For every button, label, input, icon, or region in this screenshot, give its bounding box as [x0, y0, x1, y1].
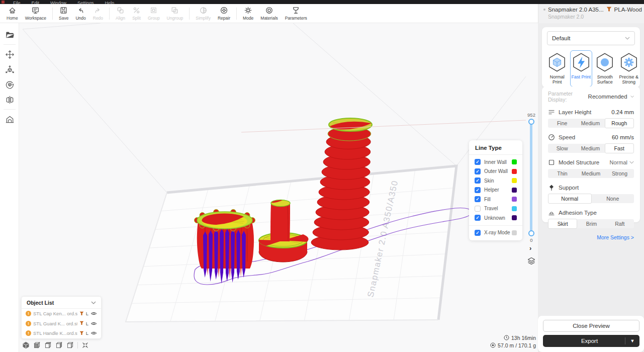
mode-normal-print[interactable]: NormalPrint: [546, 50, 569, 87]
option-fast[interactable]: Fast: [605, 143, 634, 153]
mirror-tool-button[interactable]: [0, 92, 19, 107]
option-rough[interactable]: Rough: [605, 118, 634, 128]
object-row-handle[interactable]: ! STL Handle K...ord.stl L: [22, 328, 101, 338]
parameters-button[interactable]: Parameters: [282, 5, 311, 23]
save-button[interactable]: Save: [55, 5, 72, 23]
visibility-eye-icon[interactable]: [90, 311, 97, 316]
option-slow[interactable]: Slow: [548, 144, 576, 153]
align-button[interactable]: Align: [112, 5, 129, 23]
material-icon: [79, 311, 84, 316]
group-icon: [149, 6, 158, 15]
menu-help[interactable]: Help: [105, 0, 115, 4]
mode-precise-strong[interactable]: Precise &Strong: [618, 50, 640, 87]
line-type-row-inner-wall: ✓ Inner Wall: [469, 157, 522, 167]
material-icon: [79, 321, 84, 326]
option-strong[interactable]: Strong: [605, 169, 634, 178]
adhesion-icon: [548, 209, 555, 216]
unknown-swatch: [512, 215, 517, 220]
redo-button[interactable]: Redo: [89, 5, 107, 23]
option-skirt[interactable]: Skirt: [548, 219, 577, 229]
chevron-down-icon: [630, 95, 634, 98]
option-medium[interactable]: Medium: [576, 144, 604, 153]
left-view-icon[interactable]: [55, 341, 63, 349]
scale-icon: [5, 65, 15, 74]
travel-checkbox[interactable]: ✓: [475, 206, 481, 212]
workspace-button[interactable]: Workspace: [22, 5, 50, 23]
snapmaker-luban-window: { "menubar": {"items": ["File", "Edit", …: [0, 0, 644, 352]
top-view-icon[interactable]: [44, 341, 52, 349]
mode-button[interactable]: Mode: [239, 5, 257, 23]
parameter-display-select[interactable]: Recommended: [588, 94, 627, 100]
rotate-tool-button[interactable]: [0, 77, 19, 92]
export-button[interactable]: Export ▼: [543, 335, 639, 347]
print-mode-row: NormalPrint Fast Print SmoothSurface Pre…: [546, 50, 640, 87]
undo-button[interactable]: Undo: [72, 5, 89, 23]
layer-slider-track[interactable]: [530, 121, 532, 235]
repair-icon: [220, 6, 228, 15]
option-brim[interactable]: Brim: [577, 219, 605, 228]
visibility-eye-icon[interactable]: [90, 331, 97, 335]
option-thin[interactable]: Thin: [548, 169, 577, 178]
xray-swatch: [512, 230, 517, 235]
layer-height-row: Layer Height 0.24 mm: [548, 109, 634, 116]
option-medium[interactable]: Medium: [577, 169, 605, 178]
isometric-view-icon[interactable]: [22, 341, 30, 349]
option-medium[interactable]: Medium: [576, 119, 604, 128]
layers-view-icon[interactable]: [527, 256, 536, 266]
outer-wall-checkbox[interactable]: ✓: [475, 168, 481, 174]
repair-button[interactable]: Repair: [214, 5, 234, 23]
collapse-panel-chevron[interactable]: ›: [529, 244, 531, 252]
adhesion-row: Adhesion Type: [548, 209, 634, 216]
open-file-button[interactable]: [0, 27, 19, 42]
toolbar-separator: [52, 8, 53, 20]
scale-tool-button[interactable]: [0, 62, 19, 77]
device-header[interactable]: Snapmaker 2.0 A35... PLA-Wood Snapmaker …: [538, 4, 644, 23]
line-type-row-fill: ✓ Fill: [469, 195, 522, 204]
profile-select[interactable]: Default: [547, 31, 635, 45]
redo-icon: [94, 6, 102, 15]
skin-checkbox[interactable]: ✓: [475, 178, 481, 184]
option-raft[interactable]: Raft: [606, 219, 634, 228]
object-row-cap[interactable]: ! STL Cap Ken... ord.stl L: [22, 309, 101, 319]
move-tool-button[interactable]: [0, 47, 19, 62]
object-row-guard[interactable]: ! STL Guard K... ord.stl L: [22, 319, 101, 329]
menu-settings[interactable]: Settings: [77, 0, 94, 4]
option-support-none[interactable]: None: [592, 194, 634, 203]
option-support-normal[interactable]: Normal: [548, 194, 592, 204]
right-view-icon[interactable]: [66, 341, 74, 349]
mirror-icon: [5, 95, 15, 105]
unknown-checkbox[interactable]: ✓: [475, 215, 481, 221]
visibility-eye-icon[interactable]: [90, 321, 97, 326]
export-dropdown-caret[interactable]: ▼: [625, 338, 639, 343]
mode-smooth-surface[interactable]: SmoothSurface: [594, 50, 616, 87]
mode-fast-print[interactable]: Fast Print: [570, 50, 593, 87]
object-list-header[interactable]: Object List: [22, 297, 101, 309]
menu-edit[interactable]: Edit: [32, 0, 40, 4]
front-view-icon[interactable]: [33, 341, 41, 349]
helper-checkbox[interactable]: ✓: [475, 187, 481, 193]
layer-slider-top-handle[interactable]: [528, 119, 534, 125]
simplify-icon: [199, 6, 208, 15]
menu-window[interactable]: Window: [50, 0, 66, 4]
inner-wall-checkbox[interactable]: ✓: [475, 159, 481, 165]
menu-file[interactable]: File: [13, 0, 21, 4]
warning-icon: !: [26, 330, 31, 336]
fill-checkbox[interactable]: ✓: [475, 196, 481, 202]
model-structure-select[interactable]: Normal: [610, 159, 634, 165]
fit-view-icon[interactable]: [81, 341, 89, 349]
ungroup-button[interactable]: Ungroup: [163, 5, 187, 23]
close-preview-button[interactable]: Close Preview: [543, 320, 639, 332]
print-estimates: 13h 16min 57.0 m / 170.1 g: [477, 334, 536, 349]
home-button[interactable]: Home: [3, 5, 22, 23]
option-fine[interactable]: Fine: [548, 119, 576, 128]
support-tool-button[interactable]: [0, 112, 19, 127]
split-button[interactable]: Split: [129, 5, 144, 23]
travel-swatch: [512, 206, 517, 211]
xray-checkbox[interactable]: ✓: [475, 230, 481, 236]
simplify-button[interactable]: Simplify: [192, 5, 214, 23]
group-button[interactable]: Group: [144, 5, 163, 23]
helper-swatch: [512, 188, 517, 193]
more-settings-link[interactable]: More Settings >: [548, 234, 634, 240]
materials-button[interactable]: Materials: [257, 5, 281, 23]
layer-slider-bottom-handle[interactable]: [528, 230, 534, 236]
